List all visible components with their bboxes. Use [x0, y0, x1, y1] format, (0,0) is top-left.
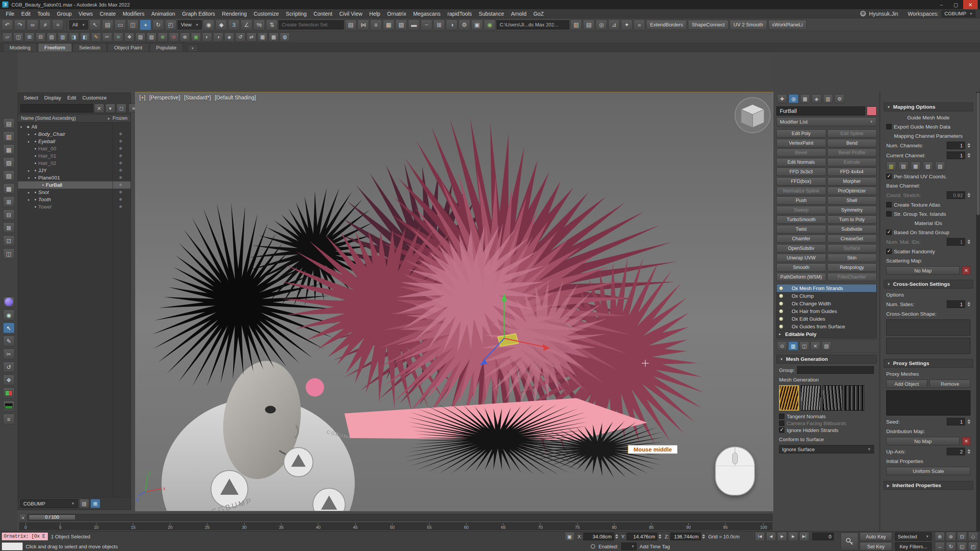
menu-item[interactable]: Graph Editors: [178, 11, 218, 17]
menu-item[interactable]: rapidTools: [444, 11, 475, 17]
modifier-stack-row[interactable]: Ox Hair from Guides: [777, 307, 876, 315]
y-coord-field[interactable]: 14.476cm: [627, 533, 657, 540]
zoom-all-icon[interactable]: ⊛: [946, 532, 956, 541]
explorer-row[interactable]: ● Hair_02 ❄: [18, 160, 131, 167]
hierarchy-tab-icon[interactable]: ▦: [800, 94, 810, 103]
checkbox[interactable]: [779, 427, 784, 433]
snaps-toggle-icon[interactable]: 3: [228, 20, 240, 30]
custom-tool-icon-23[interactable]: ⇄: [247, 33, 256, 42]
open-containers-icon[interactable]: ▥: [570, 20, 582, 30]
more-tools-icon[interactable]: »: [634, 20, 645, 30]
up-axis-field[interactable]: 2: [947, 448, 965, 455]
rollout-header[interactable]: ▼ Mapping Options: [884, 103, 973, 111]
modifier-preset-button[interactable]: Normalize Spline: [776, 187, 826, 195]
z-spinner[interactable]: [702, 534, 705, 539]
custom-tool-icon-25[interactable]: ▩: [269, 33, 279, 42]
menu-item[interactable]: Tools: [34, 11, 54, 17]
measure-icon[interactable]: ⊿: [608, 20, 620, 30]
custom-tool-icon-10[interactable]: ✂: [102, 33, 112, 42]
modifier-preset-button[interactable]: Extrude: [827, 158, 877, 166]
num-sides-field[interactable]: 1: [947, 300, 965, 308]
modifier-preset-button[interactable]: Surface: [827, 244, 877, 253]
explorer-menu-item[interactable]: Display: [42, 95, 64, 101]
modifier-preset-button[interactable]: VertexPaint: [776, 139, 826, 147]
snapshot-icon[interactable]: ◎: [596, 20, 607, 30]
frozen-toggle-icon[interactable]: ❄: [113, 146, 128, 151]
enabled-dropdown[interactable]: ▼: [621, 543, 637, 550]
modifier-enable-bulb-icon[interactable]: [779, 294, 783, 298]
workspace-select[interactable]: CGBUMP ▼: [942, 10, 975, 17]
custom-tool-icon-04[interactable]: ⊟: [36, 33, 46, 42]
modifier-preset-button[interactable]: ProOptimizer: [827, 187, 877, 195]
modifier-preset-button[interactable]: Bevel: [776, 148, 826, 157]
extras-icon[interactable]: ✦: [621, 20, 632, 30]
modifier-stack-row[interactable]: Ox Change Width: [777, 300, 876, 307]
modifier-enable-bulb-icon[interactable]: [779, 302, 783, 306]
scrollbar-thumb[interactable]: [977, 93, 980, 215]
custom-tool-icon-26[interactable]: ◍: [280, 33, 290, 42]
scene-script-icon[interactable]: ▤: [583, 20, 595, 30]
explorer-menu-item[interactable]: Edit: [65, 95, 79, 101]
custom-toolbar-button[interactable]: UV 2 Smooth: [730, 20, 767, 30]
custom-tool-icon-15[interactable]: ⊕: [158, 33, 168, 42]
modifier-enable-bulb-icon[interactable]: [779, 309, 783, 313]
frozen-column-header[interactable]: Frozen: [113, 116, 127, 121]
explorer-row[interactable]: ▾ ● Plane001 ❄: [18, 174, 131, 181]
select-and-link-icon[interactable]: ∞: [27, 20, 38, 30]
up-axis-spinner[interactable]: [967, 449, 970, 454]
select-and-rotate-icon[interactable]: ↻: [152, 20, 164, 30]
frozen-toggle-icon[interactable]: ❄: [113, 175, 128, 180]
custom-tool-icon-22[interactable]: ↺: [235, 33, 245, 42]
ribbon-tab[interactable]: Freeform: [38, 43, 72, 52]
menu-item[interactable]: Civil View: [336, 11, 366, 17]
cut-strands-icon[interactable]: ✂: [3, 349, 15, 359]
explorer-menu-item[interactable]: Select: [21, 95, 41, 101]
render-production-icon[interactable]: ◉: [484, 20, 495, 30]
custom-tool-icon-20[interactable]: ◑: [213, 33, 223, 42]
custom-tool-icon-19[interactable]: ◐: [202, 33, 212, 42]
add-object-button[interactable]: Add Object: [886, 380, 927, 388]
custom-tool-icon-12[interactable]: ❖: [124, 33, 134, 42]
percent-snap-icon[interactable]: %: [253, 20, 265, 30]
modifier-preset-button[interactable]: Symmetry: [827, 206, 877, 214]
dock-tool-icon-10[interactable]: ⊡: [3, 235, 15, 246]
select-object-icon[interactable]: ↖: [89, 20, 101, 30]
custom-tool-icon-24[interactable]: ▦: [258, 33, 268, 42]
num-sides-spinner[interactable]: [967, 302, 970, 306]
group-field[interactable]: [797, 366, 874, 374]
strand-shape-thumbnail-2[interactable]: [801, 385, 821, 411]
explorer-column-headers[interactable]: Name (Sorted Ascending) ▲ Frozen: [18, 114, 131, 122]
channel-add-icon[interactable]: ▧: [923, 161, 933, 171]
modifier-preset-button[interactable]: Subdivide: [827, 225, 877, 233]
num-mat-ids-field[interactable]: 1: [947, 238, 965, 246]
undo-brush-icon[interactable]: ↺: [3, 362, 15, 372]
close-button[interactable]: ✕: [963, 0, 978, 9]
x-coord-field[interactable]: 34.08cm: [583, 533, 614, 540]
custom-tool-icon-05[interactable]: ▤: [47, 33, 57, 42]
display-tab-icon[interactable]: ▥: [823, 94, 833, 103]
checkbox-row[interactable]: Tangent Normals: [777, 413, 876, 420]
conform-surface-select[interactable]: Ignore Surface ▼: [779, 445, 874, 453]
modifier-preset-button[interactable]: Unwrap UVW: [776, 254, 826, 262]
explorer-row[interactable]: ▸ ● Tooth ❄: [18, 196, 131, 203]
angle-snap-icon[interactable]: ∠: [241, 20, 252, 30]
seed-field[interactable]: 1: [947, 418, 965, 425]
pin-stack-icon[interactable]: ⊙: [777, 341, 787, 350]
window-crossing-icon[interactable]: ◫: [127, 20, 139, 30]
use-pivot-center-icon[interactable]: ◉: [203, 20, 214, 30]
menu-item[interactable]: Content: [310, 11, 336, 17]
ribbon-tab[interactable]: Modeling: [3, 43, 37, 52]
dock-tool-icon-01[interactable]: ▤: [3, 118, 15, 129]
menu-item[interactable]: File: [2, 11, 18, 17]
uniform-scale-button[interactable]: Uniform Scale: [886, 467, 970, 475]
create-tab-icon[interactable]: ✚: [777, 94, 787, 103]
utilities-tab-icon[interactable]: ⚙: [835, 94, 844, 103]
modifier-preset-button[interactable]: Twist: [776, 225, 826, 233]
explorer-row[interactable]: ● Towel ❄: [18, 203, 131, 210]
channel-edit-icon[interactable]: ▥: [886, 161, 896, 171]
strand-groups-icon[interactable]: ❖: [3, 375, 15, 385]
field-of-view-icon[interactable]: ◇: [968, 532, 978, 541]
modifier-preset-button[interactable]: Morpher: [827, 177, 877, 186]
play-button[interactable]: ▶: [777, 532, 787, 541]
go-to-end-button[interactable]: ▶|: [799, 532, 809, 541]
